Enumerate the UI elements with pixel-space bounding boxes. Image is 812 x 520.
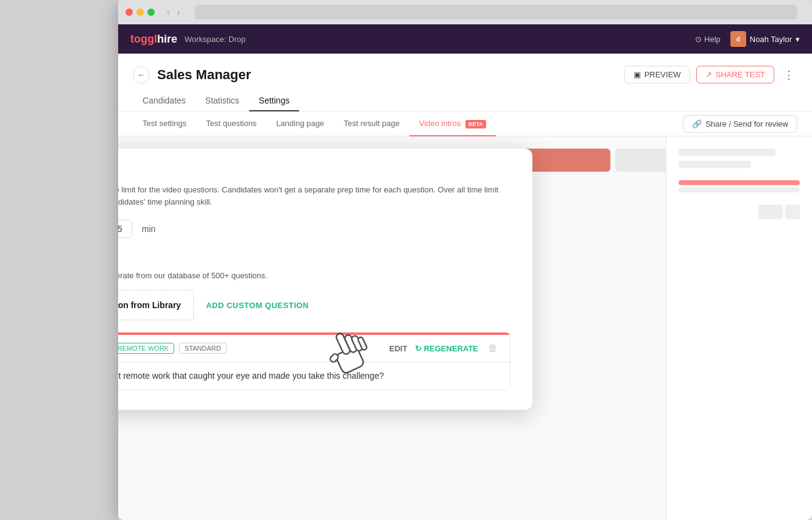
trash-icon: 🗑: [488, 343, 498, 354]
sub-tab-test-questions[interactable]: Test questions: [196, 111, 266, 136]
add-custom-question-button[interactable]: ADD CUSTOM QUESTION: [194, 292, 321, 318]
question-text: What was it about remote work that caugh…: [118, 371, 384, 381]
page-title: Sales Manager: [157, 67, 251, 83]
preview-icon: ▣: [634, 70, 641, 79]
page-title-left: ← Sales Manager: [133, 66, 251, 83]
questions-title: Questions: [118, 255, 510, 266]
tag-remote-work: REMOTE WORK: [118, 343, 174, 354]
tab-statistics[interactable]: Statistics: [196, 91, 249, 111]
workspace-label: Workspace: Drop: [185, 35, 245, 44]
tag-standard: STANDARD: [179, 343, 227, 354]
sub-nav: Test settings Test questions Landing pag…: [118, 111, 812, 136]
sub-tab-landing-page[interactable]: Landing page: [266, 111, 334, 136]
sub-tab-test-result-page[interactable]: Test result page: [334, 111, 409, 136]
share-test-button[interactable]: ↗ SHARE TEST: [696, 66, 774, 83]
share-test-label: SHARE TEST: [716, 70, 765, 79]
browser-titlebar: ‹ ›: [118, 0, 812, 24]
questions-section: Questions Add your own or generate from …: [118, 255, 510, 390]
forward-arrow[interactable]: ›: [175, 6, 183, 18]
minutes-input[interactable]: [118, 220, 132, 238]
regenerate-button[interactable]: ↻ REGENERATE: [415, 344, 478, 353]
time-limit-section: Time limit Set up an overall time limit …: [118, 168, 510, 238]
page-header: ← Sales Manager ▣ PREVIEW ↗ SHARE TEST ⋮: [118, 54, 812, 111]
app-header-right: ⊙ Help d Noah Taylor ▾: [695, 31, 800, 47]
app-header-left: togglhire Workspace: Drop: [130, 33, 245, 46]
help-button[interactable]: ⊙ Help: [695, 35, 721, 44]
link-icon: 🔗: [692, 119, 702, 128]
page-title-actions: ▣ PREVIEW ↗ SHARE TEST ⋮: [624, 66, 797, 83]
preview-button[interactable]: ▣ PREVIEW: [624, 66, 690, 83]
share-review-label: Share / Send for review: [705, 119, 788, 128]
share-icon: ↗: [705, 70, 712, 79]
address-bar[interactable]: [194, 5, 797, 19]
question-header-left: ⠿ QUESTION 1 REMOTE WORK STANDARD: [118, 343, 227, 354]
tab-candidates[interactable]: Candidates: [133, 91, 196, 111]
tab-settings[interactable]: Settings: [249, 91, 300, 111]
traffic-lights: [125, 9, 155, 16]
time-options: Auto min: [118, 220, 510, 238]
preview-label: PREVIEW: [644, 70, 681, 79]
toggl-logo: togglhire: [130, 33, 177, 46]
time-limit-desc: Set up an overall time limit for the vid…: [118, 184, 510, 208]
share-review-button[interactable]: 🔗 Share / Send for review: [683, 115, 797, 133]
user-avatar: d: [730, 31, 746, 47]
app-header: togglhire Workspace: Drop ⊙ Help d Noah …: [118, 24, 812, 54]
more-icon: ⋮: [783, 68, 794, 82]
question-header: ⠿ QUESTION 1 REMOTE WORK STANDARD EDIT ↻…: [118, 335, 510, 362]
modal-card: Time limit Set up an overall time limit …: [118, 149, 532, 410]
chevron-down-icon: ▾: [796, 35, 800, 44]
edit-button[interactable]: EDIT: [389, 344, 408, 353]
sub-tab-test-settings[interactable]: Test settings: [133, 111, 196, 136]
delete-button[interactable]: 🗑: [485, 341, 500, 356]
help-label: Help: [704, 35, 721, 44]
back-arrow-icon: ←: [137, 70, 146, 80]
question-body: What was it about remote work that caugh…: [118, 362, 510, 390]
beta-badge: BETA: [465, 120, 486, 128]
more-options-button[interactable]: ⋮: [780, 66, 797, 83]
sub-nav-tabs: Test settings Test questions Landing pag…: [133, 111, 496, 136]
min-label: min: [142, 224, 156, 234]
traffic-light-red[interactable]: [125, 9, 133, 16]
question-actions: EDIT ↻ REGENERATE 🗑: [389, 341, 500, 356]
bg-content: Time limit Set up an overall time limit …: [118, 136, 812, 520]
user-name: Noah Taylor: [750, 35, 792, 44]
user-menu[interactable]: d Noah Taylor ▾: [730, 31, 800, 47]
help-icon: ⊙: [695, 35, 702, 44]
regenerate-label: REGENERATE: [424, 344, 478, 353]
page-title-row: ← Sales Manager ▣ PREVIEW ↗ SHARE TEST ⋮: [133, 66, 797, 83]
add-from-library-button[interactable]: + Add Question from Library: [118, 290, 194, 320]
add-question-row: + Add Question from Library ADD CUSTOM Q…: [118, 290, 510, 320]
back-button[interactable]: ←: [133, 66, 150, 83]
right-panel: [666, 136, 812, 520]
back-arrow[interactable]: ‹: [164, 6, 172, 18]
add-from-library-label: Add Question from Library: [118, 300, 181, 310]
user-avatar-initials: d: [736, 36, 740, 43]
regenerate-icon: ↻: [415, 344, 422, 353]
sub-tab-video-intros[interactable]: Video intros BETA: [409, 111, 496, 136]
traffic-light-green[interactable]: [147, 9, 155, 16]
add-custom-label: ADD CUSTOM QUESTION: [206, 301, 309, 310]
questions-desc: Add your own or generate from our databa…: [118, 271, 510, 280]
traffic-light-yellow[interactable]: [136, 9, 144, 16]
page-tabs: Candidates Statistics Settings: [133, 91, 797, 111]
browser-nav: ‹ ›: [164, 6, 182, 18]
question-item: ⠿ QUESTION 1 REMOTE WORK STANDARD EDIT ↻…: [118, 332, 510, 390]
time-limit-title: Time limit: [118, 168, 510, 179]
page-content: ← Sales Manager ▣ PREVIEW ↗ SHARE TEST ⋮: [118, 54, 812, 520]
